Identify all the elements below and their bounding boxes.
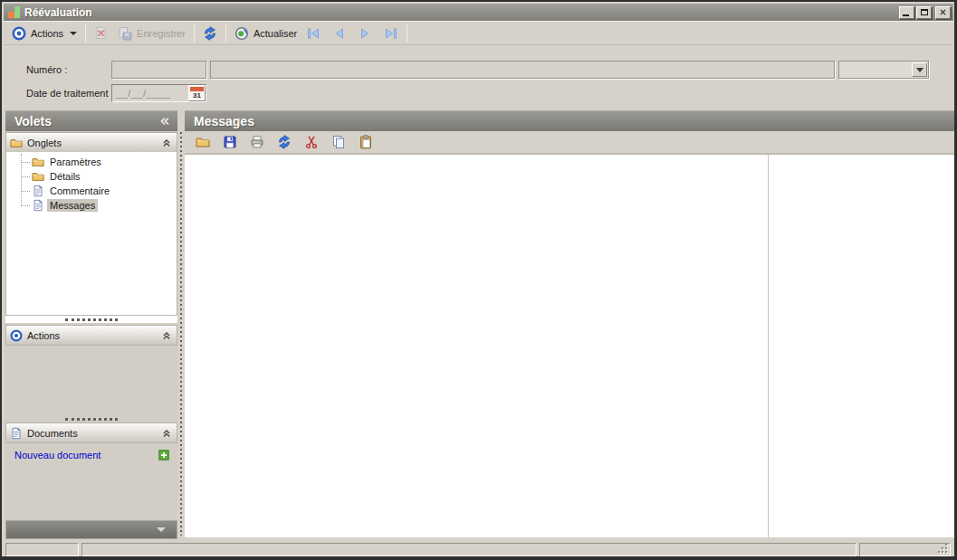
delete-icon xyxy=(94,26,109,41)
actualiser-button[interactable]: Actualiser xyxy=(230,23,301,43)
messages-title: Messages xyxy=(194,114,254,128)
resize-grip[interactable] xyxy=(938,544,948,554)
messages-toolbar xyxy=(185,131,954,154)
cut-icon xyxy=(304,135,319,149)
paste-button[interactable] xyxy=(357,133,375,151)
save-record-button[interactable]: Enregistrer xyxy=(113,23,190,43)
minimize-button[interactable] xyxy=(899,6,914,19)
date-traitement-input[interactable]: __/__/____ 31 xyxy=(111,84,206,102)
refresh-button[interactable] xyxy=(275,133,293,151)
actualiser-icon xyxy=(234,26,249,41)
sidebar-splitter[interactable] xyxy=(5,415,177,422)
tree-item-parametres[interactable]: Paramètres xyxy=(6,155,177,169)
document-icon xyxy=(32,185,44,197)
toolbar-separator xyxy=(85,24,86,43)
status-bar xyxy=(4,542,953,557)
tree-item-messages[interactable]: Messages xyxy=(6,198,177,213)
close-icon xyxy=(939,8,947,16)
target-icon xyxy=(10,329,23,342)
tree-item-details[interactable]: Détails xyxy=(6,169,177,184)
tree-connector-line xyxy=(21,154,22,206)
volets-sidebar: Volets Onglets Paramètres Détails xyxy=(5,110,177,539)
tree-item-label: Détails xyxy=(47,170,83,183)
toolbar-separator xyxy=(407,24,407,43)
main-toolbar: Actions Enregistrer Actualiser xyxy=(4,21,953,45)
collapse-section-icon[interactable] xyxy=(160,427,173,440)
combobox-value xyxy=(839,62,911,78)
onglets-section-label: Onglets xyxy=(27,138,62,148)
folder-icon xyxy=(10,137,23,149)
nav-previous-icon xyxy=(331,26,348,41)
title-bar[interactable]: Réévaluation xyxy=(4,4,953,21)
nav-first-button[interactable] xyxy=(301,23,327,43)
nav-next-button[interactable] xyxy=(352,23,378,43)
toolbar-separator xyxy=(194,24,195,43)
messages-content-area[interactable] xyxy=(185,154,954,537)
calendar-day: 31 xyxy=(193,90,201,100)
chevron-down-icon xyxy=(916,68,924,72)
new-document-link[interactable]: Nouveau document xyxy=(14,450,100,460)
window-title: Réévaluation xyxy=(24,6,92,19)
actions-menu-button[interactable]: Actions xyxy=(7,23,81,43)
application-window: Réévaluation Actions Enregistrer Actual xyxy=(0,0,957,560)
content-column-divider xyxy=(768,155,769,537)
maximize-button[interactable] xyxy=(916,6,932,19)
messages-panel-header: Messages xyxy=(185,110,954,131)
tree-item-commentaire[interactable]: Commentaire xyxy=(6,184,177,198)
date-mask: __/__/____ xyxy=(112,88,188,99)
open-folder-button[interactable] xyxy=(194,133,212,151)
section-header-actions[interactable]: Actions xyxy=(5,325,177,346)
toolbar-separator xyxy=(225,24,226,43)
refresh-button[interactable] xyxy=(198,23,222,43)
status-cell-left xyxy=(5,543,79,556)
new-document-row: Nouveau document xyxy=(5,447,177,463)
calendar-picker-button[interactable]: 31 xyxy=(188,85,206,101)
close-button[interactable] xyxy=(935,6,951,19)
header-combobox[interactable] xyxy=(838,61,929,79)
status-cell-right xyxy=(859,543,951,556)
combobox-dropdown-button[interactable] xyxy=(912,62,927,77)
copy-icon xyxy=(331,135,346,149)
collapsed-panel-bar[interactable] xyxy=(5,520,177,539)
print-button[interactable] xyxy=(248,133,266,151)
nav-next-icon xyxy=(357,26,373,41)
section-header-onglets[interactable]: Onglets xyxy=(5,132,177,153)
document-icon xyxy=(10,427,23,440)
folder-icon xyxy=(32,170,44,183)
section-header-documents[interactable]: Documents xyxy=(5,422,177,443)
collapse-section-icon[interactable] xyxy=(160,137,173,149)
messages-panel: Messages xyxy=(185,110,954,537)
maximize-icon xyxy=(921,9,928,15)
document-icon xyxy=(32,199,44,212)
open-folder-icon xyxy=(196,135,210,149)
chevron-down-icon xyxy=(157,527,166,532)
app-logo-icon xyxy=(8,6,20,18)
panel-splitter[interactable] xyxy=(179,132,182,536)
nav-last-button[interactable] xyxy=(378,23,403,43)
numero-input[interactable] xyxy=(111,61,206,79)
chevron-down-icon xyxy=(70,32,77,35)
refresh-icon xyxy=(203,26,217,41)
collapse-section-icon[interactable] xyxy=(160,329,173,342)
save-button[interactable] xyxy=(221,133,239,151)
tree-item-label-selected: Messages xyxy=(47,199,98,212)
collapse-sidebar-icon[interactable] xyxy=(158,114,172,128)
folder-icon xyxy=(32,156,44,168)
add-document-icon[interactable] xyxy=(158,449,170,461)
delete-button[interactable] xyxy=(90,23,113,43)
cut-button[interactable] xyxy=(302,133,321,151)
minimize-icon xyxy=(903,14,909,16)
sidebar-splitter[interactable] xyxy=(5,316,177,323)
save-record-label: Enregistrer xyxy=(137,28,186,39)
actions-menu-label: Actions xyxy=(31,28,63,39)
actions-section-label: Actions xyxy=(27,330,60,341)
status-cell-middle xyxy=(81,543,857,556)
date-traitement-label: Date de traitement : xyxy=(26,84,114,102)
numero-description-input[interactable] xyxy=(210,61,835,79)
nav-first-icon xyxy=(306,26,322,41)
target-icon xyxy=(12,26,26,41)
tree-item-label: Commentaire xyxy=(47,185,112,197)
nav-previous-button[interactable] xyxy=(327,23,352,43)
save-icon xyxy=(118,26,132,41)
copy-button[interactable] xyxy=(330,133,348,151)
